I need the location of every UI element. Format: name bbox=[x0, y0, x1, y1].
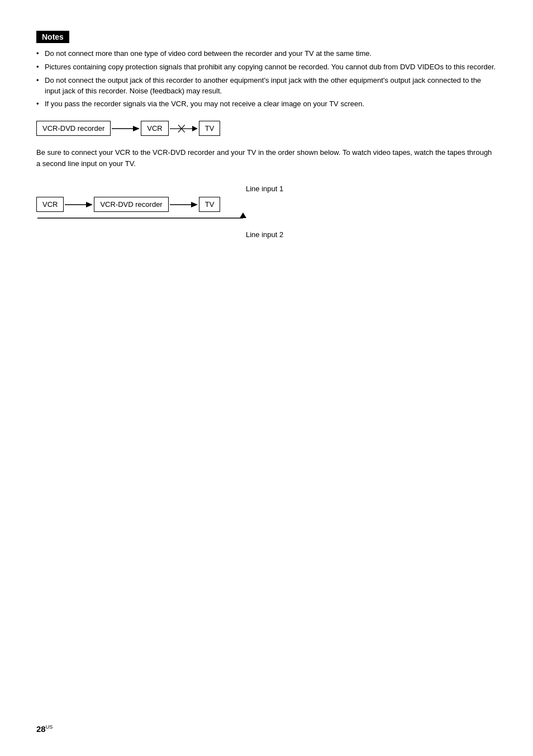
diagram-2-container: Line input 1 VCR VCR-DVD recorder TV Li bbox=[36, 180, 349, 253]
list-item: Pictures containing copy protection sign… bbox=[36, 62, 497, 73]
diagram1-box3: TV bbox=[199, 121, 221, 136]
page-number: 28US bbox=[36, 724, 53, 734]
svg-marker-5 bbox=[192, 126, 198, 131]
diagram2-box2: VCR-DVD recorder bbox=[94, 197, 168, 212]
page-content: Notes Do not connect more than one type … bbox=[0, 0, 533, 286]
arrow-right-3-icon bbox=[170, 199, 198, 210]
notes-header: Notes bbox=[36, 31, 69, 43]
line-input-1-label: Line input 1 bbox=[246, 185, 283, 193]
arrow-cross-icon bbox=[170, 122, 198, 135]
svg-marker-7 bbox=[86, 202, 93, 207]
svg-marker-12 bbox=[240, 212, 246, 218]
list-item: If you pass the recorder signals via the… bbox=[36, 99, 497, 110]
diagram1-box1: VCR-DVD recorder bbox=[36, 121, 111, 136]
arrow-right-icon bbox=[112, 123, 140, 134]
diagram1-box2: VCR bbox=[141, 121, 168, 136]
arrow-right-2-icon bbox=[65, 199, 93, 210]
list-item: Do not connect more than one type of vid… bbox=[36, 49, 497, 59]
notes-list: Do not connect more than one type of vid… bbox=[36, 49, 497, 110]
description-text: Be sure to connect your VCR to the VCR-D… bbox=[36, 147, 497, 169]
diagram-1: VCR-DVD recorder VCR TV bbox=[36, 121, 497, 136]
list-item: Do not connect the output jack of this r… bbox=[36, 75, 497, 97]
diagram2-box3: TV bbox=[199, 197, 221, 212]
diagram-2: VCR VCR-DVD recorder TV bbox=[36, 197, 220, 212]
line-input-2-svg bbox=[36, 212, 271, 252]
svg-marker-9 bbox=[191, 202, 198, 207]
diagram2-box1: VCR bbox=[36, 197, 64, 212]
svg-marker-1 bbox=[133, 126, 140, 131]
